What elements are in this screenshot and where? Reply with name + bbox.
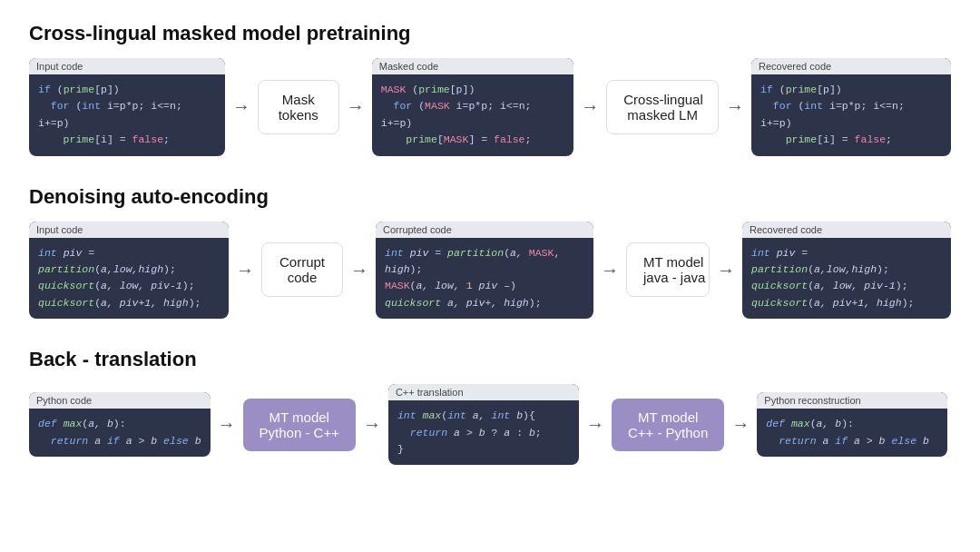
arrow-10: → [363,414,381,435]
dae-recovered-code: int piv = partition(a,low,high); quickso… [742,238,951,320]
denoising-section: Denoising auto-encoding Input code int p… [29,185,951,320]
dae-input-box: Input code int piv = partition(a,low,hig… [29,222,229,320]
clm-recovered-code: if (prime[p]) for (int i=p*p; i<=n; i+=p… [751,74,951,156]
clm-recovered-label: Recovered code [751,58,951,74]
cross-lingual-flow: Input code if (prime[p]) for (int i=p*p;… [29,58,951,156]
arrow-12: → [731,414,750,435]
bt-cpp-code: int max(int a, int b){ return a > b ? a … [388,400,579,465]
back-translation-title: Back - translation [29,348,951,371]
bt-python-box: Python code def max(a, b): return a if a… [29,392,211,457]
dae-corrupted-box: Corrupted code int piv = partition(a, MA… [376,222,593,320]
dae-model-box: MT modeljava - java [626,242,710,297]
bt-python-code: def max(a, b): return a if a > b else b [29,409,211,457]
clm-masked-box: Masked code MASK (prime[p]) for (MASK i=… [372,58,574,156]
bt-model2-box: MT modelC++ - Python [612,399,724,451]
denoising-flow: Input code int piv = partition(a,low,hig… [29,222,951,320]
arrow-1: → [232,96,250,117]
arrow-11: → [586,414,604,435]
clm-recovered-box: Recovered code if (prime[p]) for (int i=… [751,58,951,156]
arrow-4: → [726,96,744,117]
denoising-title: Denoising auto-encoding [29,185,951,209]
bt-cpp-label: C++ translation [388,384,579,400]
clm-masked-label: Masked code [372,58,574,74]
cross-lingual-section: Cross-lingual masked model pretraining I… [29,22,951,156]
bt-python-label: Python code [29,392,211,409]
clm-mask-tokens-box: Masktokens [258,80,339,134]
bt-model1-box: MT modelPython - C++ [243,399,356,451]
bt-recovered-box: Python reconstruction def max(a, b): ret… [757,392,947,457]
bt-cpp-box: C++ translation int max(int a, int b){ r… [388,384,579,465]
back-translation-section: Back - translation Python code def max(a… [29,348,951,465]
clm-input-label: Input code [29,58,225,74]
dae-input-label: Input code [29,222,229,238]
dae-input-code: int piv = partition(a,low,high); quickso… [29,238,229,320]
arrow-9: → [218,414,236,435]
arrow-6: → [350,260,368,281]
clm-masked-code: MASK (prime[p]) for (MASK i=p*p; i<=n; i… [372,74,574,156]
arrow-2: → [347,96,365,117]
dae-corrupt-box: Corruptcode [261,242,343,297]
clm-input-code: if (prime[p]) for (int i=p*p; i<=n; i+=p… [29,74,225,156]
clm-model-box: Cross-lingualmasked LM [606,80,719,134]
arrow-5: → [236,260,254,281]
arrow-7: → [601,260,619,281]
back-translation-flow: Python code def max(a, b): return a if a… [29,384,951,465]
bt-recovered-label: Python reconstruction [757,392,947,409]
dae-recovered-box: Recovered code int piv = partition(a,low… [742,222,951,320]
clm-input-box: Input code if (prime[p]) for (int i=p*p;… [29,58,225,156]
bt-recovered-code: def max(a, b): return a if a > b else b [757,409,947,457]
dae-recovered-label: Recovered code [742,222,951,238]
cross-lingual-title: Cross-lingual masked model pretraining [29,22,951,45]
arrow-8: → [717,260,735,281]
dae-corrupted-code: int piv = partition(a, MASK, high); MASK… [376,238,593,320]
arrow-3: → [581,96,599,117]
dae-corrupted-label: Corrupted code [376,222,593,238]
